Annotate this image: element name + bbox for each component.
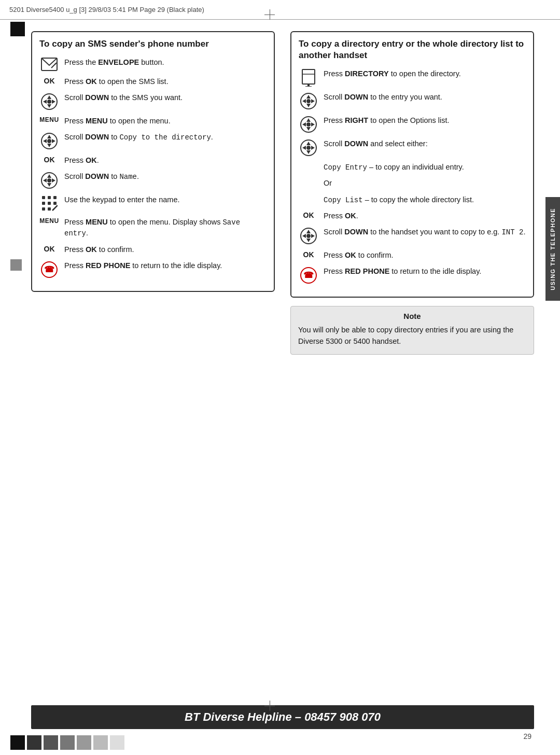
two-col-layout: To copy an SMS sender's phone number Pre… (31, 31, 534, 355)
svg-rect-21 (42, 196, 45, 199)
right-or-text: Or (324, 178, 526, 189)
svg-marker-57 (306, 239, 311, 242)
svg-point-54 (306, 146, 311, 150)
bottom-sq-4 (60, 735, 75, 750)
svg-marker-58 (302, 234, 306, 238)
ok-icon-1: OK (39, 76, 59, 85)
svg-rect-26 (53, 202, 57, 205)
left-step-6: OK Press OK. (39, 155, 267, 166)
right-step-nav-handset: Scroll DOWN to the handset you want to c… (299, 227, 526, 245)
left-step-11-text: Press RED PHONE to return to the idle di… (64, 260, 267, 271)
ok-icon-4: OK (299, 211, 318, 219)
right-step-ok2: OK Press OK to confirm. (299, 250, 526, 261)
right-step-1-text: Press DIRECTORY to open the directory. (324, 68, 526, 79)
svg-marker-59 (311, 234, 315, 238)
left-step-9-text: Press MENU to open the menu. Display sho… (64, 217, 267, 239)
svg-point-48 (306, 122, 311, 127)
left-step-1: Press the ENVELOPE button. (39, 57, 267, 71)
right-section-title: To copy a directory entry or the whole d… (299, 38, 526, 61)
right-step-or: Or (299, 178, 526, 189)
left-step-1-text: Press the ENVELOPE button. (64, 57, 267, 68)
svg-rect-22 (48, 196, 51, 199)
svg-marker-12 (43, 139, 47, 143)
svg-marker-50 (306, 142, 311, 145)
svg-marker-40 (302, 99, 306, 103)
corner-mark (10, 22, 25, 36)
bottom-sq-2 (27, 735, 41, 750)
bottom-sq-7 (110, 735, 124, 750)
svg-marker-39 (306, 104, 311, 107)
left-step-2: OK Press OK to open the SMS list. (39, 76, 267, 87)
left-step-8-text: Use the keypad to enter the name. (64, 194, 267, 205)
right-step-ok1: OK Press OK. (299, 211, 526, 221)
svg-marker-53 (311, 146, 315, 150)
svg-marker-13 (52, 139, 55, 143)
right-step-4-text: Scroll DOWN and select either: (324, 138, 526, 149)
ok-icon-3: OK (39, 244, 59, 253)
note-box: Note You will only be able to copy direc… (290, 306, 534, 355)
red-phone-icon-1: ☎ (39, 260, 59, 278)
left-step-3: Scroll DOWN to the SMS you want. (39, 92, 267, 110)
svg-rect-27 (42, 207, 45, 211)
note-title: Note (298, 312, 526, 320)
left-step-4: MENU Press MENU to open the menu. (39, 116, 267, 127)
bottom-sq-6 (93, 735, 108, 750)
right-step-copy-list: Copy List – to copy the whole directory … (299, 194, 526, 205)
svg-point-42 (306, 99, 311, 103)
svg-marker-45 (306, 127, 311, 131)
nav-icon-3 (39, 171, 59, 189)
left-step-7-text: Scroll DOWN to Name. (64, 171, 267, 182)
note-text: You will only be able to copy directory … (298, 325, 526, 347)
svg-marker-52 (302, 146, 306, 150)
right-step-3-text: Press RIGHT to open the Options list. (324, 115, 526, 126)
directory-icon (299, 68, 318, 87)
svg-marker-7 (52, 100, 55, 104)
left-step-7: Scroll DOWN to Name. (39, 171, 267, 189)
svg-rect-25 (48, 202, 51, 205)
left-step-4-text: Press MENU to open the menu. (64, 116, 267, 127)
right-copy-list-text: Copy List – to copy the whole directory … (324, 194, 526, 205)
right-copy-entry-text: Copy Entry – to copy an individual entry… (324, 162, 526, 173)
svg-text:☎: ☎ (44, 265, 54, 274)
svg-text:☎: ☎ (303, 271, 314, 279)
left-section-title: To copy an SMS sender's phone number (39, 38, 267, 50)
nav-icon-4 (299, 92, 318, 110)
helpline-bar: BT Diverse Helpline – 08457 908 070 (31, 705, 534, 729)
svg-marker-46 (302, 122, 306, 127)
nav-icon-5 (299, 115, 318, 133)
left-step-5: Scroll DOWN to Copy to the directory. (39, 132, 267, 150)
nav-icon-7 (299, 227, 318, 245)
red-phone-icon-2: ☎ (299, 266, 318, 284)
nav-icon-2 (39, 132, 59, 150)
svg-point-60 (306, 234, 311, 238)
header-bar: 5201 Diverse5400 u_g [3] 29/8/03 5:41 PM… (0, 0, 560, 20)
right-step-1: Press DIRECTORY to open the directory. (299, 68, 526, 87)
right-ok2-text: Press OK to confirm. (324, 250, 526, 261)
left-step-3-text: Scroll DOWN to the SMS you want. (64, 92, 267, 103)
right-section-box: To copy a directory entry or the whole d… (290, 31, 534, 298)
helpline-text: BT Diverse Helpline – 08457 908 070 (185, 710, 381, 723)
right-step-phone: ☎ Press RED PHONE to return to the idle … (299, 266, 526, 284)
svg-marker-16 (47, 174, 51, 178)
left-step-5-text: Scroll DOWN to Copy to the directory. (64, 132, 267, 143)
svg-marker-44 (306, 118, 311, 122)
left-step-10-text: Press OK to confirm. (64, 244, 267, 255)
nav-icon-1 (39, 92, 59, 110)
left-step-2-text: Press OK to open the SMS list. (64, 76, 267, 87)
svg-rect-33 (302, 69, 315, 84)
side-tab-label: USING THE TELEPHONE (550, 208, 556, 290)
right-step-4: Scroll DOWN and select either: (299, 138, 526, 157)
right-nav-handset-text: Scroll DOWN to the handset you want to c… (324, 227, 526, 237)
svg-marker-4 (47, 95, 51, 99)
svg-marker-47 (311, 122, 315, 127)
svg-rect-28 (48, 207, 51, 211)
svg-marker-18 (43, 178, 47, 183)
svg-point-14 (47, 139, 51, 143)
svg-marker-10 (47, 135, 51, 138)
crosshair-bottom (264, 701, 275, 711)
spacer-3 (299, 194, 318, 195)
svg-point-20 (47, 178, 51, 183)
right-ok1-text: Press OK. (324, 211, 526, 221)
side-tab: USING THE TELEPHONE (545, 197, 560, 301)
spacer-1 (299, 162, 318, 162)
